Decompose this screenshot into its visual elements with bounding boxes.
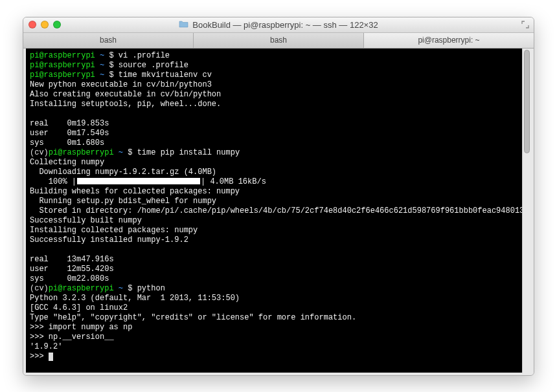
terminal-wrap: pi@raspberrypi ~ $ vi .profile pi@raspbe…	[23, 49, 534, 375]
repl-line: >>> np.__version__	[30, 332, 518, 342]
output-line: Successfully installed numpy-1.9.2	[30, 235, 518, 245]
output-line: user 12m55.420s	[30, 265, 518, 274]
cmd: time mkvirtualenv cv	[119, 71, 212, 80]
tabbar: bash bash pi@raspberrypi: ~	[23, 33, 534, 49]
progress-bar	[77, 178, 200, 184]
fullscreen-icon[interactable]	[521, 20, 530, 29]
progress-pct: 100% |	[30, 177, 76, 186]
tab-bash-2[interactable]: bash	[194, 33, 364, 48]
repl-line: '1.9.2'	[30, 342, 518, 352]
output-line: Stored in directory: /home/pi/.cache/pip…	[30, 206, 518, 216]
output-line: Also creating executable in cv/bin/pytho…	[30, 90, 518, 100]
tab-label: bash	[270, 36, 287, 45]
output-line: Downloading numpy-1.9.2.tar.gz (4.0MB)	[30, 168, 518, 177]
output-line: user 0m17.540s	[30, 129, 518, 138]
output-line: Type "help", "copyright", "credits" or "…	[30, 313, 518, 323]
cursor	[49, 353, 53, 361]
tab-bash-1[interactable]: bash	[23, 33, 194, 48]
close-icon[interactable]	[28, 21, 36, 28]
terminal[interactable]: pi@raspberrypi ~ $ vi .profile pi@raspbe…	[26, 49, 522, 373]
output-line: real 13m47.916s	[30, 255, 518, 265]
cmd: vi .profile	[119, 51, 170, 60]
prompt-sigil: $	[109, 51, 113, 60]
cmd: source .profile	[119, 61, 188, 70]
folder-icon	[179, 20, 188, 29]
output-line: [GCC 4.6.3] on linux2	[30, 303, 518, 313]
terminal-window: BookBuild — pi@raspberrypi: ~ — ssh — 12…	[23, 17, 534, 376]
tab-ssh[interactable]: pi@raspberrypi: ~	[364, 33, 534, 48]
scrollbar[interactable]	[522, 49, 531, 373]
venv: (cv)	[30, 148, 49, 157]
output-line: Python 3.2.3 (default, Mar 1 2013, 11:53…	[30, 294, 518, 303]
output-line: Installing collected packages: numpy	[30, 226, 518, 235]
output-line: real 0m19.853s	[30, 119, 518, 129]
tab-label: bash	[100, 36, 117, 45]
progress-rate: | 4.0MB 16kB/s	[201, 177, 266, 186]
title-wrap: BookBuild — pi@raspberrypi: ~ — ssh — 12…	[23, 20, 534, 30]
scrollbar-thumb[interactable]	[524, 50, 530, 153]
output-line: Building wheels for collected packages: …	[30, 187, 518, 197]
repl-line: >>> import numpy as np	[30, 323, 518, 332]
prompt-user: pi@raspberrypi	[30, 51, 95, 60]
output-line: Installing setuptools, pip, wheel...done…	[30, 100, 518, 109]
output-line: sys 0m22.080s	[30, 274, 518, 284]
minimize-icon[interactable]	[41, 21, 49, 28]
cmd: python	[137, 284, 165, 293]
window-title: BookBuild — pi@raspberrypi: ~ — ssh — 12…	[192, 20, 378, 30]
zoom-icon[interactable]	[53, 21, 61, 28]
output-line: Successfully built numpy	[30, 216, 518, 226]
output-line: sys 0m1.680s	[30, 138, 518, 148]
titlebar[interactable]: BookBuild — pi@raspberrypi: ~ — ssh — 12…	[23, 17, 534, 33]
prompt-cwd: ~	[100, 51, 104, 60]
repl-prompt: >>>	[30, 352, 49, 361]
window-controls	[28, 21, 61, 28]
output-line: Collecting numpy	[30, 158, 518, 168]
tab-label: pi@raspberrypi: ~	[418, 36, 479, 45]
output-line: New python executable in cv/bin/python3	[30, 80, 518, 90]
cmd: time pip install numpy	[137, 148, 240, 157]
output-line: Running setup.py bdist_wheel for numpy	[30, 197, 518, 206]
